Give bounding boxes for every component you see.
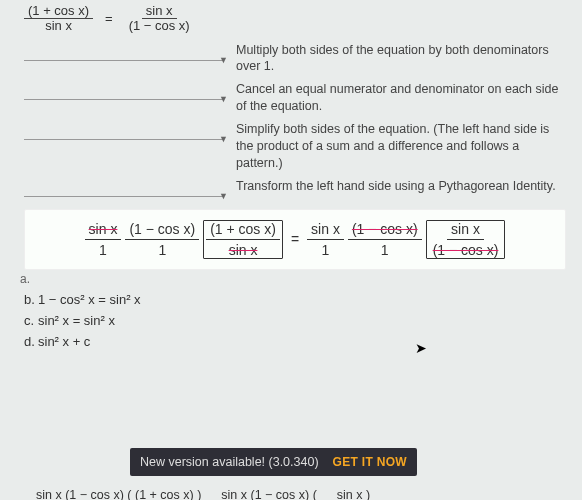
- l1-den: 1: [95, 240, 111, 258]
- bottom-c1: sin x (1 − cos x) ( (1 + cos x) ): [36, 488, 201, 500]
- cursor-icon: ➤: [415, 340, 427, 356]
- step-blank-1[interactable]: ▼: [24, 42, 224, 61]
- r3-num: sin x: [447, 221, 484, 240]
- worked-equation-panel: sin x1 (1 − cos x)1 (1 + cos x)sin x = s…: [24, 209, 566, 270]
- l2-den: 1: [154, 240, 170, 258]
- choice-b[interactable]: b.1 − cos² x = sin² x: [24, 292, 582, 307]
- chevron-down-icon[interactable]: ▼: [219, 134, 228, 144]
- rhs-numerator: sin x: [142, 4, 177, 19]
- rhs-denominator: (1 − cos x): [125, 19, 194, 33]
- step-list: ▼ Multiply both sides of the equation by…: [0, 42, 582, 197]
- l2-num: (1 − cos x): [125, 221, 199, 240]
- r2-den: 1: [377, 240, 393, 258]
- r2-num: (1 − cos x): [348, 221, 422, 240]
- get-it-now-button[interactable]: GET IT NOW: [333, 455, 407, 469]
- r1-num: sin x: [307, 221, 344, 240]
- r1-den: 1: [318, 240, 334, 258]
- step-text-2: Cancel an equal numerator and denominato…: [228, 81, 582, 115]
- r3-den: (1 − cos x): [429, 240, 503, 258]
- choice-d[interactable]: d.sin² x + c: [24, 334, 582, 349]
- lhs-denominator: sin x: [41, 19, 76, 33]
- update-toast: New version available! (3.0.340) GET IT …: [130, 448, 417, 476]
- step-blank-4[interactable]: ▼: [24, 178, 224, 197]
- equals-sign: =: [105, 11, 113, 26]
- panel-equals: =: [291, 231, 299, 247]
- original-equation: (1 + cos x) sin x = sin x (1 − cos x): [0, 0, 582, 36]
- lhs-numerator: (1 + cos x): [24, 4, 93, 19]
- chevron-down-icon[interactable]: ▼: [219, 191, 228, 201]
- l3-den: sin x: [225, 240, 262, 258]
- answer-choices: b.1 − cos² x = sin² x c.sin² x = sin² x …: [24, 292, 582, 349]
- cutoff-equation-row: sin x (1 − cos x) ( (1 + cos x) ) sin x …: [36, 488, 566, 500]
- chevron-down-icon[interactable]: ▼: [219, 55, 228, 65]
- chevron-down-icon[interactable]: ▼: [219, 94, 228, 104]
- option-a-label: a.: [20, 272, 582, 286]
- step-text-4: Transform the left hand side using a Pyt…: [228, 178, 582, 195]
- toast-message: New version available! (3.0.340): [140, 455, 319, 469]
- step-blank-3[interactable]: ▼: [24, 121, 224, 140]
- bottom-c2: sin x (1 − cos x) (: [221, 488, 317, 500]
- l1-num: sin x: [85, 221, 122, 240]
- step-text-3: Simplify both sides of the equation. (Th…: [228, 121, 582, 172]
- step-blank-2[interactable]: ▼: [24, 81, 224, 100]
- bottom-c3: sin x ): [337, 488, 370, 500]
- choice-c[interactable]: c.sin² x = sin² x: [24, 313, 582, 328]
- step-text-1: Multiply both sides of the equation by b…: [228, 42, 582, 76]
- l3-num: (1 + cos x): [206, 221, 280, 240]
